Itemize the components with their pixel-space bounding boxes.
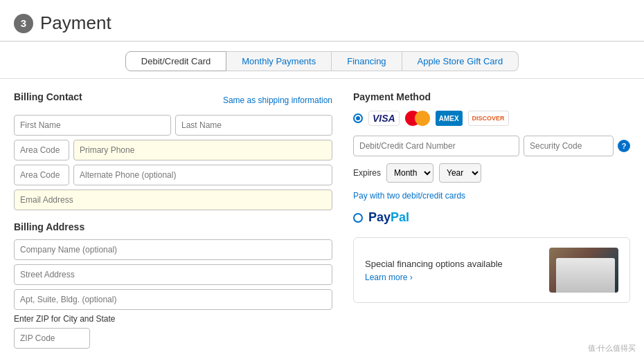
card-number-input[interactable] — [353, 136, 519, 156]
tabs-bar: Debit/Credit Card Monthly Payments Finan… — [0, 42, 644, 79]
area-code-2-input[interactable] — [14, 165, 69, 185]
first-name-input[interactable] — [14, 115, 171, 136]
financing-image — [549, 248, 618, 293]
payment-method-title: Payment Method — [353, 91, 630, 102]
card-options-row: VISA AMEX DISCOVER — [353, 111, 630, 126]
email-row — [14, 190, 332, 210]
financing-learn-more-link[interactable]: Learn more › — [365, 273, 413, 282]
alternate-phone-row — [14, 165, 332, 185]
visa-icon: VISA — [368, 111, 400, 126]
step-number: 3 — [14, 14, 33, 33]
apt-input[interactable] — [14, 289, 332, 310]
financing-text: Special financing options available Lear… — [365, 259, 542, 282]
page-title: Payment — [40, 12, 111, 34]
primary-phone-input[interactable] — [73, 140, 332, 160]
tab-debit-credit[interactable]: Debit/Credit Card — [125, 51, 226, 71]
right-column: Payment Method VISA AMEX DISCOVER ? Expi… — [332, 91, 630, 349]
tab-gift-card[interactable]: Apple Store Gift Card — [402, 51, 519, 71]
amex-icon: AMEX — [436, 111, 463, 126]
tab-financing[interactable]: Financing — [332, 51, 402, 71]
content-area: Billing Contact Same as shipping informa… — [0, 79, 644, 359]
page-header: 3 Payment — [0, 0, 644, 42]
security-code-input[interactable] — [524, 136, 614, 156]
last-name-input[interactable] — [175, 115, 332, 136]
left-column: Billing Contact Same as shipping informa… — [14, 91, 332, 349]
zip-label: Enter ZIP for City and State — [14, 314, 332, 349]
mastercard-icon — [405, 111, 430, 126]
alternate-phone-input[interactable] — [73, 165, 332, 185]
expires-row: Expires Month 01020304 05060708 09101112… — [353, 163, 630, 183]
name-row — [14, 115, 332, 136]
area-code-1-input[interactable] — [14, 140, 69, 160]
email-input[interactable] — [14, 190, 332, 210]
company-input[interactable] — [14, 239, 332, 260]
billing-address-title: Billing Address — [14, 221, 332, 232]
security-code-help-icon[interactable]: ? — [618, 140, 630, 152]
credit-card-radio[interactable] — [353, 113, 363, 123]
expires-label: Expires — [353, 168, 381, 178]
tab-monthly-payments[interactable]: Monthly Payments — [226, 51, 332, 71]
billing-contact-title: Billing Contact — [14, 91, 82, 102]
apt-row — [14, 289, 332, 310]
year-select[interactable]: Year 20242025202620272028 — [439, 163, 481, 183]
discover-icon: DISCOVER — [468, 111, 509, 126]
paypal-row: PayPal — [353, 210, 630, 225]
same-as-shipping-link[interactable]: Same as shipping information — [223, 95, 332, 105]
card-fields-row: ? — [353, 136, 630, 156]
street-input[interactable] — [14, 264, 332, 285]
financing-banner: Special financing options available Lear… — [353, 237, 630, 303]
financing-title: Special financing options available — [365, 259, 542, 269]
month-select[interactable]: Month 01020304 05060708 09101112 — [386, 163, 433, 183]
company-row — [14, 239, 332, 260]
zip-input[interactable] — [14, 328, 90, 349]
two-cards-link[interactable]: Pay with two debit/credit cards — [353, 191, 630, 201]
primary-phone-row — [14, 140, 332, 160]
paypal-logo: PayPal — [368, 210, 409, 225]
paypal-radio[interactable] — [353, 213, 363, 223]
street-row — [14, 264, 332, 285]
billing-address-section: Billing Address Enter ZIP for City and S… — [14, 221, 332, 349]
